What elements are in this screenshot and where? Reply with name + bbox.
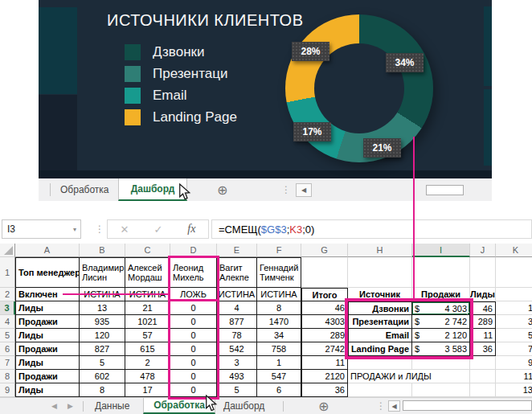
sheet-tab-dannye[interactable]: Данные — [95, 398, 129, 414]
cell-K7[interactable]: 9 — [496, 356, 532, 370]
cell-K2[interactable] — [496, 288, 532, 301]
cell-I2[interactable]: Продажи — [412, 288, 470, 301]
cancel-icon[interactable]: ✕ — [121, 223, 129, 236]
cell-H6[interactable]: Landing Page — [348, 342, 412, 356]
cell-I6[interactable]: $3 583 — [412, 342, 470, 356]
more-dots-icon[interactable]: ⋮ — [376, 400, 386, 412]
col-header-J[interactable]: J — [470, 244, 496, 257]
cell-D2[interactable]: ЛОЖЬ — [170, 288, 217, 301]
horizontal-scrollbar-thumb[interactable] — [403, 400, 532, 411]
cell-H2[interactable]: Источник — [348, 288, 412, 301]
cell-A4[interactable]: Продажи — [15, 315, 80, 329]
cell-F9[interactable]: 6 — [257, 383, 301, 397]
cell-A6[interactable]: Продажи — [15, 342, 80, 356]
cell-A3[interactable]: Лиды — [15, 301, 80, 315]
cell-I7[interactable] — [412, 356, 470, 370]
cell-D8[interactable]: 0 — [170, 370, 217, 383]
cell-A2[interactable]: Включен — [15, 288, 80, 301]
cell-B2[interactable]: ИСТИНА — [80, 288, 125, 301]
insert-function-icon[interactable]: fx — [187, 223, 195, 236]
cell-F1[interactable]: Геннадий Тимченк — [257, 257, 301, 288]
cell-B6[interactable]: 827 — [80, 342, 125, 356]
row-header-1[interactable]: 1 — [0, 257, 15, 288]
cell-H3[interactable]: Дзвонки — [348, 301, 412, 315]
cell-G9[interactable]: 36 — [301, 383, 348, 397]
cell-B3[interactable]: 13 — [80, 301, 125, 315]
cell-D5[interactable]: 0 — [170, 329, 217, 342]
cell-E5[interactable]: 78 — [217, 329, 257, 342]
cell-B9[interactable]: 8 — [80, 383, 125, 397]
scroll-left-button[interactable]: ◀ — [388, 400, 400, 412]
cell-I9[interactable] — [412, 383, 470, 397]
cell-K5[interactable]: 5 — [496, 329, 532, 342]
cell-H5[interactable]: Email — [348, 329, 412, 342]
cell-I4[interactable]: $2 742 — [412, 315, 470, 329]
cell-F2[interactable]: ИСТИНА — [257, 288, 301, 301]
select-all-corner[interactable] — [0, 244, 15, 257]
cell-H1[interactable] — [348, 257, 412, 288]
cell-C4[interactable]: 1021 — [125, 315, 170, 329]
name-box[interactable]: I3 ▾ — [2, 219, 81, 239]
cell-J2[interactable]: Лиды — [470, 288, 496, 301]
tab-scroll-left-icon[interactable]: ◀ — [51, 402, 57, 410]
cell-G1[interactable] — [301, 257, 348, 288]
cell-F6[interactable]: 758 — [257, 342, 301, 356]
col-header-D[interactable]: D — [170, 244, 217, 257]
cell-D3[interactable]: 0 — [170, 301, 217, 315]
cell-G2[interactable]: Итого — [301, 288, 348, 301]
cell-C9[interactable]: 17 — [125, 383, 170, 397]
cell-C1[interactable]: Алексей Мордаш — [125, 257, 170, 288]
cell-F5[interactable]: 34 — [257, 329, 301, 342]
cell-E3[interactable]: 4 — [217, 301, 257, 315]
sheet-tab-obrabotka-active[interactable]: Обработка — [143, 398, 215, 414]
cell-K3[interactable]: 1 — [496, 301, 532, 315]
cell-C6[interactable]: 615 — [125, 342, 170, 356]
cell-K9[interactable]: 13 — [496, 383, 532, 397]
cell-E6[interactable]: 542 — [217, 342, 257, 356]
cell-I1[interactable] — [412, 257, 470, 288]
cell-I5[interactable]: $2 120 — [412, 329, 470, 342]
cell-D7[interactable]: 0 — [170, 356, 217, 370]
row-header-2[interactable]: 2 — [0, 288, 15, 301]
cell-G7[interactable]: 11 — [301, 356, 348, 370]
cell-A8[interactable]: Продажи — [15, 370, 80, 383]
cell-F7[interactable]: 1 — [257, 356, 301, 370]
tab-scroll-right-icon[interactable]: ▶ — [68, 402, 73, 410]
row-header-7[interactable]: 7 — [0, 356, 15, 370]
col-header-C[interactable]: C — [125, 244, 170, 257]
col-header-E[interactable]: E — [217, 244, 257, 257]
cell-E8[interactable]: 493 — [217, 370, 257, 383]
cell-F4[interactable]: 1470 — [257, 315, 301, 329]
cell-C3[interactable]: 21 — [125, 301, 170, 315]
row-header-6[interactable]: 6 — [0, 342, 15, 356]
scroll-left-button[interactable]: ◀ — [296, 183, 312, 197]
cell-K1[interactable] — [496, 257, 532, 288]
cell-J4[interactable]: 289 — [470, 315, 496, 329]
cell-F3[interactable]: 8 — [257, 301, 301, 315]
row-header-4[interactable]: 4 — [0, 315, 15, 329]
cell-B5[interactable]: 120 — [80, 329, 125, 342]
cell-J3[interactable]: 46 — [470, 301, 496, 315]
legend-item[interactable]: Landing Page — [125, 106, 237, 128]
cell-K4[interactable]: 3 — [496, 315, 532, 329]
cell-C5[interactable]: 57 — [125, 329, 170, 342]
cell-A1[interactable]: Топ менеджер — [15, 257, 80, 288]
horizontal-scrollbar-thumb[interactable] — [426, 185, 464, 195]
cell-J1[interactable] — [470, 257, 496, 288]
cell-E1[interactable]: Вагит Алекпе — [217, 257, 257, 288]
legend-item[interactable]: Дзвонки — [125, 41, 237, 63]
col-header-B[interactable]: B — [80, 244, 125, 257]
col-header-K[interactable]: K — [496, 244, 532, 257]
row-header-5[interactable]: 5 — [0, 329, 15, 342]
cell-E4[interactable]: 877 — [217, 315, 257, 329]
cell-E2[interactable]: ИСТИНА — [217, 288, 257, 301]
col-header-G[interactable]: G — [301, 244, 348, 257]
name-box-dropdown-icon[interactable]: ▾ — [73, 226, 76, 233]
cell-G8[interactable]: 2120 — [301, 370, 348, 383]
new-sheet-icon[interactable]: ⊕ — [217, 182, 227, 198]
cell-H8[interactable]: ПРОДАЖИ и ЛИДЫ — [348, 370, 470, 383]
sheet-tab-dashbord[interactable]: Дашборд — [223, 398, 264, 414]
enter-icon[interactable]: ✓ — [153, 223, 162, 236]
cell-D4[interactable]: 0 — [170, 315, 217, 329]
cell-E9[interactable]: 5 — [217, 383, 257, 397]
